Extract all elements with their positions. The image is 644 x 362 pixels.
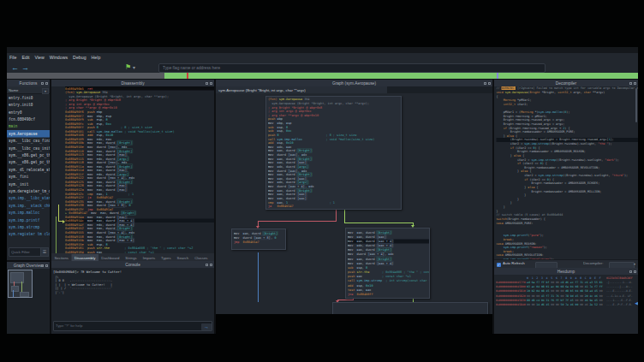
flag-dropdown-icon[interactable]: ▾ [133,64,135,70]
function-item[interactable]: entry.fini0 [7,94,50,101]
function-item[interactable]: main [7,123,50,130]
function-item[interactable]: sym.__libc_csu_fini [7,137,50,144]
graph-node-false-branch[interactable]: mov eax, dword [Bright]mov dword [eax + … [231,228,286,250]
jump-arrow-line [56,217,57,253]
menu-file[interactable]: File [7,53,19,62]
auto-refresh-label: Auto Refresh [503,261,537,265]
close-icon[interactable] [45,82,48,85]
close-icon[interactable] [45,264,48,267]
graph-node-entry[interactable]: (fcn) sym.Aeropause 364 sym.Aeropause (B… [265,96,402,210]
menu-edit[interactable]: Edit [19,53,32,62]
menu-debug[interactable]: Debug [70,53,88,62]
float-icon[interactable] [41,264,44,267]
function-item[interactable]: sym.Aeropause [7,130,50,137]
tab-disassembly[interactable]: Disassembly [71,254,98,261]
close-icon[interactable] [634,270,636,273]
function-item[interactable]: sym.__libc_csu_init [7,145,50,151]
disassembly-listing[interactable]: 0x080490b5 ret(fcn) sym.Aeropause 364 sy… [51,86,214,253]
console-send-icon[interactable]: → [201,323,212,330]
flag-icon[interactable]: ⚑ [125,63,131,71]
function-item[interactable]: sym._fini [7,173,50,180]
back-icon[interactable]: ← [11,63,19,72]
forward-icon[interactable]: → [21,63,29,72]
function-item[interactable]: fcn.080490cf [7,116,50,122]
float-icon[interactable] [629,82,632,85]
chevron-down-icon: ▾ [634,262,635,266]
console-input[interactable]: Type "?" for help [53,321,212,331]
tab-dashboard[interactable]: Dashboard [98,254,122,261]
scroll-left-icon[interactable]: ◀ [635,300,638,306]
float-icon[interactable] [484,82,486,85]
menu-view[interactable]: View [33,53,47,62]
function-item[interactable]: sym.imp.strcmp [7,223,50,230]
function-item[interactable]: sym._dl_relocate_static_pie [7,166,50,173]
hexdump-row[interactable]: 0x0000000000045840000014d6450000507e4600… [496,302,635,306]
menu-help[interactable]: Help [89,53,104,62]
tab-search[interactable]: Search [174,254,192,261]
function-item[interactable]: sym.__x86.get_pc_thunk.bx [7,159,50,166]
code-line[interactable]: ja 0x8049147 [268,205,401,209]
minimap-viewport[interactable] [8,270,33,298]
graph-canvas[interactable]: (fcn) sym.Aeropause 364 sym.Aeropause (B… [216,93,492,314]
quick-filter-input[interactable]: Quick Filter [9,247,43,257]
seekbar-section-marker [497,73,498,79]
function-item[interactable]: sym.imp.printf [7,217,50,223]
console-dock-icons [206,264,212,266]
code-line[interactable]: jmp 0x80491a7 [234,240,285,244]
jump-arrow-line [58,205,59,222]
edge-false [258,221,337,222]
decompiler-scrollbar[interactable] [635,88,637,122]
search-input[interactable]: Type flag name or address here [158,63,546,73]
graph-tab[interactable]: sym.Aeropause (Bright *Bright, int argc,… [216,86,387,93]
tab-types[interactable]: Types [158,254,174,261]
function-item[interactable]: sym.imp.malloc [7,209,50,216]
overview-minimap[interactable] [7,269,50,334]
float-icon[interactable] [629,270,632,273]
float-icon[interactable] [41,82,44,85]
tab-imports[interactable]: Imports [140,254,158,261]
graph-node-true-branch[interactable]: mov eax, dword [Bright]mov eax, dword [e… [345,228,430,299]
tab-strings[interactable]: Strings [122,254,140,261]
graph-node-clipped[interactable] [332,302,488,314]
auto-refresh-checkbox[interactable]: ✓ [497,263,501,267]
tab-sections[interactable]: Sections [51,254,71,261]
widget-tabbar: SectionsDisassemblyDashboardStringsImpor… [51,253,214,261]
disassembly-panel: Disassembly 0x080490b5 ret(fcn) sym.Aero… [51,80,214,253]
function-item[interactable]: sym.deregister_tm_clones [7,187,50,194]
function-item[interactable]: sym.__x86.get_pc_thunk.bp [7,151,50,158]
hexdump-grid[interactable]: 0123456789ABCDEF0123456789ABCDEF0x000000… [496,276,635,334]
function-item[interactable]: sym.register_tm_clones [7,231,50,238]
function-item[interactable]: entry.init0 [7,101,50,108]
graph-node-code: (fcn) sym.Aeropause 364 sym.Aeropause (B… [268,98,401,209]
filter-options-icon[interactable]: ☰ [40,247,49,257]
graph-panel: Graph (sym.Aeropause) sym.Aeropause (Bri… [216,80,492,314]
close-icon[interactable] [488,82,491,85]
decompiler-header: Decompiler [494,80,638,86]
seekbar[interactable] [7,73,638,79]
window-titlebar[interactable] [7,47,638,53]
decompiler-panel: Decompiler // WARNING: [r2ghidra] Failed… [494,80,638,234]
column-sort-icon[interactable]: ▾ [42,88,49,94]
graph-node-code: mov eax, dword [Bright]mov eax, dword [e… [348,230,429,298]
float-icon[interactable] [206,82,208,85]
graph-node-code: mov eax, dword [Bright]mov dword [eax + … [234,231,285,249]
decompiler-title: Decompiler [494,80,638,86]
tab-classes[interactable]: Classes [192,254,211,261]
menu-windows[interactable]: Windows [47,53,70,62]
graph-title: Graph (sym.Aeropause) [216,80,492,86]
code-line[interactable]: case AMBASSADOR_PURE: [497,221,639,225]
code-line[interactable]: jne 0x80490ff [348,292,429,296]
console-input-placeholder: Type "?" for help [54,322,212,330]
function-item[interactable]: sym._init [7,181,50,187]
function-item[interactable]: sym.imp.__libc_start_main [7,195,50,202]
decompiler-code-tail[interactable]: sym.imp.printf("pure"); break;case AMBAS… [494,234,638,259]
jump-arrowhead [63,220,65,223]
float-icon[interactable] [206,264,208,266]
decompiler-code[interactable]: // WARNING: [r2ghidra] Failed to match t… [494,86,638,225]
console-header: Console [51,261,214,268]
close-icon[interactable] [634,82,636,85]
function-item[interactable]: sym.imp.__stack_chk_fail [7,202,50,209]
function-item[interactable]: entry0 [7,109,50,116]
close-icon[interactable] [210,82,212,85]
close-icon[interactable] [210,264,212,266]
